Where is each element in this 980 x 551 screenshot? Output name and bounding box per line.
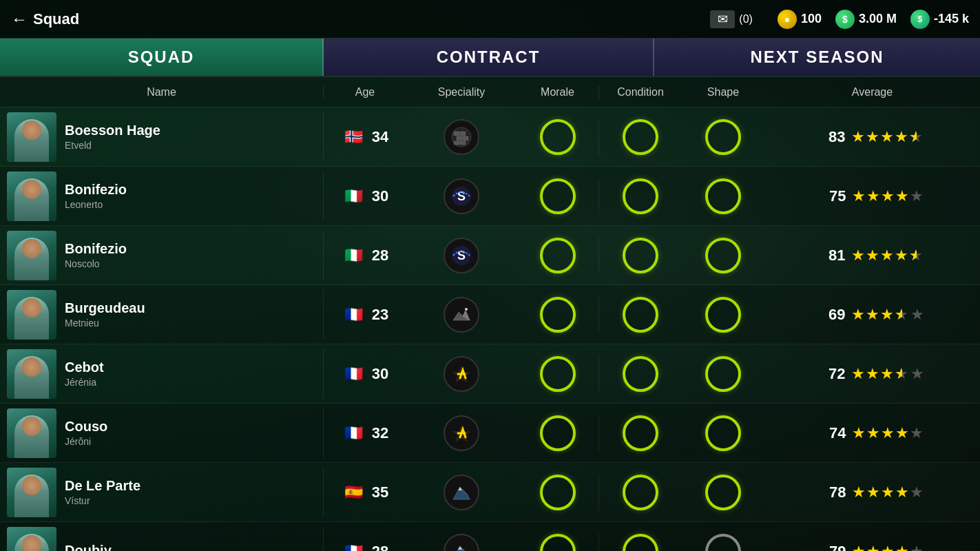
shape-indicator bbox=[705, 475, 741, 510]
player-info-cell: Bonifezio Leonerto bbox=[0, 171, 324, 221]
star-full: ★ bbox=[881, 424, 895, 442]
star-full: ★ bbox=[895, 424, 909, 442]
player-name-group: Boesson Hage Etveld bbox=[65, 123, 160, 151]
player-info-cell: Couso Jérôni bbox=[0, 408, 324, 458]
condition-indicator bbox=[623, 297, 658, 333]
speciality-icon bbox=[444, 119, 479, 155]
average-value: 75 bbox=[822, 187, 846, 205]
speciality-icon bbox=[444, 534, 479, 552]
player-morale-cell bbox=[517, 415, 599, 451]
player-age-cell: 🇮🇹 28 bbox=[324, 243, 406, 268]
player-name-group: De Le Parte Vístur bbox=[65, 478, 140, 506]
table-row[interactable]: Boesson Hage Etveld 🇳🇴 34 83 ★★★★★★ bbox=[0, 107, 980, 167]
dollar-icon: $ bbox=[835, 10, 855, 29]
avatar bbox=[7, 349, 56, 399]
mail-button[interactable]: ✉ (0) bbox=[710, 10, 753, 28]
section-headers: SQUAD CONTRACT NEXT SEASON bbox=[0, 39, 980, 77]
morale-indicator bbox=[540, 297, 576, 333]
player-morale-cell bbox=[517, 356, 599, 392]
shape-indicator bbox=[705, 178, 741, 214]
svg-point-12 bbox=[465, 308, 468, 311]
star-full: ★ bbox=[881, 187, 895, 205]
condition-indicator bbox=[623, 238, 658, 273]
player-age-cell: 🇮🇹 30 bbox=[324, 184, 406, 209]
player-age: 23 bbox=[372, 306, 388, 324]
sh-average: Average bbox=[764, 86, 980, 98]
star-full: ★ bbox=[866, 543, 880, 552]
star-full: ★ bbox=[866, 484, 880, 501]
morale-indicator bbox=[540, 415, 576, 451]
star-rating: ★★★★★ bbox=[852, 543, 924, 552]
table-row[interactable]: Doubiy 🇫🇷 28 79 ★★★★★ bbox=[0, 522, 980, 551]
star-full: ★ bbox=[851, 365, 865, 383]
currency-group: ● 100 $ 3.00 M $ -145 k bbox=[778, 10, 969, 29]
table-row[interactable]: Bonifezio Noscolo 🇮🇹 28 S 81 ★★★★★★ bbox=[0, 226, 980, 285]
sh-shape: Shape bbox=[682, 86, 764, 98]
money-display: $ 3.00 M bbox=[835, 10, 897, 29]
player-speciality-cell bbox=[406, 415, 517, 451]
star-full: ★ bbox=[852, 484, 866, 501]
speciality-icon bbox=[444, 475, 479, 510]
table-row[interactable]: Cebot Jérénia 🇫🇷 30 72 ★★★★★★ bbox=[0, 344, 980, 404]
player-speciality-cell bbox=[406, 297, 517, 333]
avatar bbox=[7, 527, 56, 552]
player-name-group: Cebot Jérénia bbox=[65, 360, 104, 388]
neg-value: -145 k bbox=[934, 12, 969, 26]
svg-rect-4 bbox=[463, 136, 468, 141]
player-shape-cell bbox=[682, 238, 764, 273]
player-name: Doubiy bbox=[65, 543, 112, 551]
shape-indicator bbox=[705, 534, 741, 552]
player-average-cell: 83 ★★★★★★ bbox=[764, 128, 980, 146]
player-age: 32 bbox=[372, 424, 388, 442]
player-condition-cell bbox=[599, 356, 682, 392]
player-shape-cell bbox=[682, 475, 764, 510]
average-value: 72 bbox=[821, 365, 846, 383]
mail-icon: ✉ bbox=[710, 10, 735, 28]
player-condition-cell bbox=[599, 534, 682, 552]
player-name: Burgeudeau bbox=[65, 300, 145, 316]
star-full: ★ bbox=[851, 128, 865, 146]
star-full: ★ bbox=[880, 306, 894, 324]
player-flag: 🇫🇷 bbox=[342, 421, 366, 446]
player-sub-name: Jérôni bbox=[65, 436, 107, 447]
player-flag: 🇫🇷 bbox=[342, 302, 366, 327]
player-average-cell: 72 ★★★★★★ bbox=[764, 365, 980, 383]
star-full: ★ bbox=[895, 187, 909, 205]
star-empty: ★ bbox=[910, 424, 924, 442]
table-row[interactable]: Couso Jérôni 🇫🇷 32 74 ★★★★★ bbox=[0, 404, 980, 463]
back-button[interactable]: ← Squad bbox=[11, 10, 79, 29]
player-age: 28 bbox=[372, 247, 388, 264]
star-full: ★ bbox=[866, 306, 879, 324]
average-value: 83 bbox=[821, 128, 846, 146]
player-sub-name: Noscolo bbox=[65, 258, 127, 269]
player-morale-cell bbox=[517, 119, 599, 155]
star-full: ★ bbox=[851, 306, 865, 324]
player-morale-cell bbox=[517, 475, 599, 510]
table-row[interactable]: Burgeudeau Metnieu 🇫🇷 23 69 ★★★★★★ bbox=[0, 285, 980, 344]
average-value: 74 bbox=[822, 424, 846, 442]
sh-morale: Morale bbox=[517, 86, 599, 98]
star-full: ★ bbox=[852, 187, 866, 205]
player-average-cell: 74 ★★★★★ bbox=[764, 424, 980, 442]
player-name-group: Bonifezio Leonerto bbox=[65, 182, 127, 210]
star-full: ★ bbox=[866, 187, 880, 205]
player-age: 30 bbox=[372, 187, 388, 205]
avatar bbox=[7, 112, 56, 162]
star-rating: ★★★★★ bbox=[852, 484, 924, 501]
star-rating: ★★★★★ bbox=[852, 424, 924, 442]
player-flag: 🇮🇹 bbox=[342, 184, 366, 209]
star-empty: ★ bbox=[910, 365, 924, 383]
player-morale-cell bbox=[517, 178, 599, 214]
table-row[interactable]: De Le Parte Vístur 🇪🇸 35 78 ★★★★★ bbox=[0, 463, 980, 522]
star-half: ★★ bbox=[909, 128, 924, 146]
player-sub-name: Metnieu bbox=[65, 318, 145, 329]
star-empty: ★ bbox=[910, 187, 924, 205]
avatar bbox=[7, 290, 56, 340]
player-condition-cell bbox=[599, 475, 682, 510]
star-full: ★ bbox=[852, 424, 866, 442]
shape-indicator bbox=[705, 356, 741, 392]
player-age-cell: 🇳🇴 34 bbox=[324, 125, 406, 149]
avatar bbox=[7, 408, 56, 458]
table-row[interactable]: Bonifezio Leonerto 🇮🇹 30 S 75 ★★★★★ bbox=[0, 167, 980, 226]
player-sub-name: Jérénia bbox=[65, 377, 104, 388]
